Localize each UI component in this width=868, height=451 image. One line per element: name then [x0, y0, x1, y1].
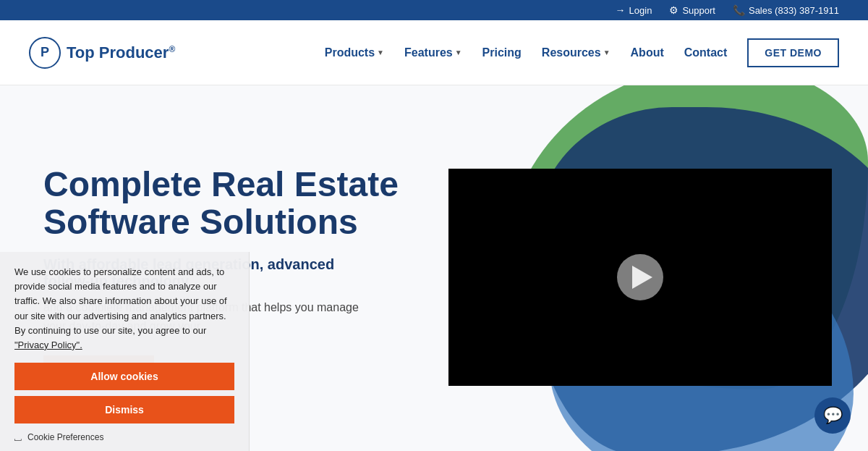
- nav-features[interactable]: Features ▼: [396, 41, 471, 65]
- chat-icon: 💬: [823, 406, 843, 425]
- navbar: P Top Producer® Products ▼ Features ▼ Pr…: [0, 20, 868, 85]
- nav-products-label: Products: [325, 46, 375, 59]
- logo-name: Top Producer®: [67, 43, 175, 62]
- chat-bubble[interactable]: 💬: [814, 397, 851, 434]
- chevron-down-icon: ▼: [455, 49, 462, 56]
- cookie-prefs-label: Cookie Preferences: [27, 432, 103, 442]
- chevron-down-icon: ▼: [377, 49, 384, 56]
- sales-label: Sales (833) 387-1911: [749, 5, 839, 16]
- nav-about-label: About: [631, 46, 664, 59]
- phone-icon: 📞: [733, 4, 745, 16]
- nav-pricing[interactable]: Pricing: [474, 41, 530, 65]
- login-icon: →: [616, 4, 626, 16]
- nav-products[interactable]: Products ▼: [316, 41, 393, 65]
- logo[interactable]: P Top Producer®: [29, 37, 175, 69]
- cookie-prefs-icon: ⎵: [14, 431, 22, 444]
- privacy-policy-link[interactable]: "Privacy Policy".: [14, 340, 82, 350]
- allow-cookies-button[interactable]: Allow cookies: [14, 363, 234, 390]
- logo-letter: P: [41, 45, 49, 60]
- nav-about[interactable]: About: [622, 41, 673, 65]
- cookie-preferences[interactable]: ⎵ Cookie Preferences: [14, 431, 234, 444]
- support-icon: ⚙: [669, 4, 678, 16]
- chevron-down-icon: ▼: [603, 49, 610, 56]
- logo-icon: P: [29, 37, 61, 69]
- sales-link[interactable]: 📞 Sales (833) 387-1911: [733, 4, 839, 16]
- cookie-banner: We use cookies to personalize content an…: [0, 252, 250, 451]
- support-label: Support: [682, 5, 715, 16]
- nav-resources-label: Resources: [542, 46, 601, 59]
- nav-contact[interactable]: Contact: [676, 41, 736, 65]
- login-link[interactable]: → Login: [616, 4, 652, 16]
- play-button[interactable]: [617, 254, 663, 300]
- nav-resources[interactable]: Resources ▼: [533, 41, 619, 65]
- login-label: Login: [629, 5, 652, 16]
- get-demo-button[interactable]: GET DEMO: [747, 38, 839, 67]
- dismiss-cookies-button[interactable]: Dismiss: [14, 396, 234, 423]
- play-icon: [632, 266, 652, 289]
- nav-pricing-label: Pricing: [482, 46, 522, 59]
- hero-title: Complete Real Estate Software Solutions: [43, 166, 448, 243]
- hero-section: Complete Real Estate Software Solutions …: [0, 85, 868, 451]
- top-bar: → Login ⚙ Support 📞 Sales (833) 387-1911: [0, 0, 868, 20]
- nav-features-label: Features: [404, 46, 453, 59]
- nav-contact-label: Contact: [684, 46, 728, 59]
- cookie-text: We use cookies to personalize content an…: [14, 265, 234, 353]
- hero-video[interactable]: [448, 169, 832, 386]
- support-link[interactable]: ⚙ Support: [669, 4, 715, 16]
- nav-links: Products ▼ Features ▼ Pricing Resources …: [316, 38, 839, 67]
